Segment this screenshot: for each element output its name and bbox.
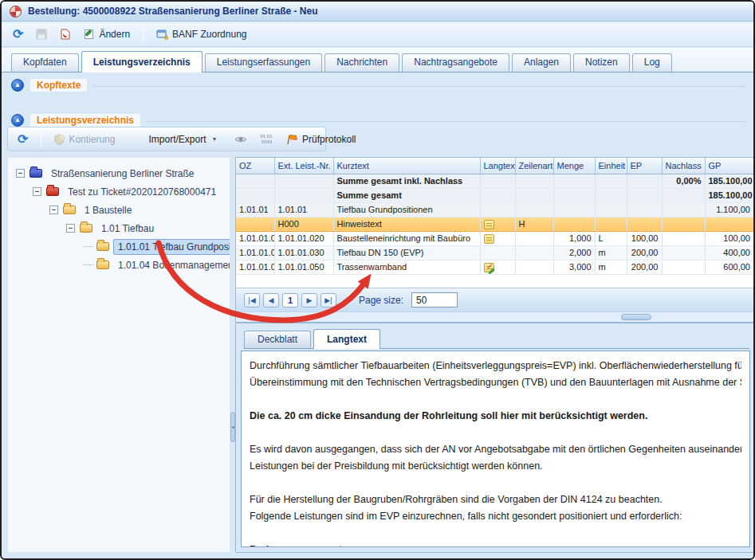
column-header-zeilenart[interactable]: Zeilenart bbox=[515, 158, 553, 174]
edit-document-icon bbox=[84, 29, 95, 40]
import-export-button[interactable]: Import/Export ▼ bbox=[144, 130, 222, 148]
text-detail-panel: DeckblattLangtext Durchführung sämtliche… bbox=[235, 323, 755, 553]
tree-connector bbox=[83, 246, 93, 247]
pdf-button[interactable] bbox=[55, 25, 76, 44]
kontierung-button[interactable]: Kontierung bbox=[49, 130, 120, 148]
tab-kopfdaten[interactable]: Kopfdaten bbox=[11, 53, 79, 72]
tab-leistungserfassungen[interactable]: Leistungserfassungen bbox=[205, 53, 322, 72]
column-header-ep[interactable]: EP bbox=[627, 158, 662, 174]
cell-zeile bbox=[515, 231, 553, 245]
pager-prev-button[interactable]: ◀ bbox=[263, 293, 279, 307]
grid-row[interactable]: H000HinweistextH bbox=[236, 217, 754, 231]
cell-einheit bbox=[595, 217, 627, 231]
refresh-button[interactable]: ⟳ bbox=[8, 25, 28, 44]
grid-row[interactable]: Summe gesamt inkl. Nachlass0,00%185.100,… bbox=[236, 174, 754, 188]
langtext-content: Durchführung sämtlicher Tiefbauarbeiten … bbox=[241, 350, 750, 547]
cell-lang bbox=[480, 231, 515, 245]
scrollbar-thumb[interactable] bbox=[621, 314, 651, 320]
preview-button[interactable] bbox=[230, 130, 252, 148]
cell-gp: 185.100,00 bbox=[705, 174, 754, 188]
pager-last-button[interactable]: ▶| bbox=[320, 293, 336, 307]
tree-node-stra-ensanierung-berli[interactable]: −Straßensanierung Berliner Straße bbox=[11, 164, 226, 182]
column-header-oz[interactable]: OZ bbox=[236, 158, 274, 174]
note-icon[interactable] bbox=[484, 234, 494, 244]
tree-node-test-zu-ticket-2020120[interactable]: −Test zu Ticket#2020120768000471 bbox=[11, 182, 226, 201]
cell-nachlass bbox=[662, 231, 705, 245]
cell-lang bbox=[480, 202, 515, 217]
cell-gp: 185.100,00 bbox=[705, 188, 754, 202]
pager-current-page[interactable]: 1 bbox=[282, 293, 298, 307]
column-header-einheit[interactable]: Einheit bbox=[595, 158, 627, 174]
folder-icon bbox=[29, 169, 42, 178]
cell-zeile bbox=[515, 174, 553, 188]
aendern-button[interactable]: Ändern bbox=[79, 25, 135, 44]
column-header-langtext[interactable]: Langtext bbox=[480, 158, 515, 174]
page-size-input[interactable] bbox=[411, 292, 458, 307]
langtext-line: Es wird davon ausgegangen, dass sich der… bbox=[250, 441, 741, 458]
grid-row[interactable]: 1.01.01.0301.01.01.030Tiefbau DN 150 (EV… bbox=[236, 245, 754, 260]
kopftexte-collapse-icon[interactable]: ▲ bbox=[11, 79, 24, 92]
cell-menge bbox=[553, 174, 595, 188]
tree-expander-icon[interactable]: − bbox=[66, 224, 75, 233]
tree-node-label: 1.01 Tiefbau bbox=[96, 221, 159, 237]
cell-kurz: Baustelleneinrichtung mit Baubüro bbox=[333, 231, 480, 245]
tab-anlagen[interactable]: Anlagen bbox=[512, 53, 571, 72]
tree-expander-icon[interactable]: − bbox=[33, 187, 41, 196]
langtext-line: Übereinstimmung mit den Technischen Vert… bbox=[250, 374, 741, 391]
cell-ext: 1.01.01.050 bbox=[274, 260, 333, 274]
cell-gp: 600,00 bbox=[705, 260, 754, 274]
cell-nachlass bbox=[662, 188, 705, 202]
langtext-line bbox=[250, 391, 741, 408]
langtext-line: Durchführung sämtlicher Tiefbauarbeiten … bbox=[250, 358, 741, 374]
tree-node-1-01-01-tiefbau-grundp[interactable]: 1.01.01 Tiefbau Grundpositionen bbox=[11, 237, 226, 256]
save-button[interactable] bbox=[31, 25, 52, 44]
pruefprotokoll-button[interactable]: Prüfprotokoll bbox=[281, 130, 360, 148]
edit-note-icon[interactable] bbox=[484, 263, 494, 272]
tree-node-1-baustelle[interactable]: −1 Baustelle bbox=[11, 201, 226, 219]
tree-expander-icon[interactable]: − bbox=[16, 169, 25, 178]
cell-zeile bbox=[515, 188, 553, 202]
date-values-button[interactable]: 01.01. 0010 bbox=[255, 130, 278, 148]
tab-log[interactable]: Log bbox=[632, 53, 672, 72]
column-header-ext-leist-nr-[interactable]: Ext. Leist.-Nr. bbox=[274, 158, 333, 174]
flag-icon bbox=[286, 134, 298, 145]
cell-oz: 1.01.01 bbox=[236, 202, 274, 217]
column-header-menge[interactable]: Menge bbox=[553, 158, 595, 174]
note-icon[interactable] bbox=[484, 220, 494, 229]
banf-zuordnung-button[interactable]: ★ BANF Zuordnung bbox=[151, 25, 251, 44]
tab-nachtragsangebote[interactable]: Nachtragsangebote bbox=[402, 53, 509, 72]
pager-first-button[interactable]: |◀ bbox=[244, 293, 260, 307]
tree-node-label: Test zu Ticket#2020120768000471 bbox=[63, 184, 221, 200]
folder-icon bbox=[63, 206, 76, 214]
column-header-gp[interactable]: GP bbox=[705, 158, 754, 174]
tab-nachrichten[interactable]: Nachrichten bbox=[324, 53, 399, 72]
lv-collapse-icon[interactable]: ▲ bbox=[11, 114, 24, 127]
lv-tree: −Straßensanierung Berliner Straße−Test z… bbox=[7, 157, 230, 553]
cell-gp: 400,00 bbox=[705, 245, 754, 260]
grid-row[interactable]: 1.01.01.0501.01.01.050Trassenwarnband3,0… bbox=[236, 260, 754, 274]
folder-icon bbox=[96, 242, 109, 251]
cell-nachlass: 0,00% bbox=[662, 174, 705, 188]
date-badge-icon: 01.01. 0010 bbox=[260, 134, 273, 145]
grid-pager: |◀◀1▶▶| Page size: bbox=[236, 288, 754, 311]
lv-refresh-button[interactable]: ⟳ bbox=[13, 130, 33, 148]
cell-oz bbox=[236, 217, 274, 231]
folder-icon bbox=[46, 187, 59, 196]
column-header-kurztext[interactable]: Kurztext bbox=[333, 158, 480, 174]
grid-row[interactable]: 1.01.011.01.01Tiefbau Grundpositionen1.1… bbox=[236, 202, 754, 217]
grid-row[interactable]: 1.01.01.0201.01.01.020Baustelleneinricht… bbox=[236, 231, 754, 245]
text-tab-deckblatt[interactable]: Deckblatt bbox=[244, 331, 311, 348]
tree-node-label: 1 Baustelle bbox=[80, 202, 136, 218]
folder-icon bbox=[96, 260, 109, 269]
pager-next-button[interactable]: ▶ bbox=[301, 293, 317, 307]
text-tab-langtext[interactable]: Langtext bbox=[313, 329, 380, 349]
tab-notizen[interactable]: Notizen bbox=[573, 53, 630, 72]
column-header-nachlass[interactable]: Nachlass bbox=[662, 158, 705, 174]
tree-node-1-01-04-bodenmanagemen[interactable]: 1.01.04 Bodenmanagement bbox=[11, 256, 226, 274]
tree-node-1-01-tiefbau[interactable]: −1.01 Tiefbau bbox=[11, 219, 226, 237]
tab-leistungsverzeichnis[interactable]: Leistungsverzeichnis bbox=[81, 51, 203, 72]
tree-node-label: Straßensanierung Berliner Straße bbox=[46, 166, 199, 182]
grid-row[interactable]: Summe gesamt185.100,00 bbox=[236, 188, 754, 202]
cell-ep bbox=[627, 174, 662, 188]
tree-expander-icon[interactable]: − bbox=[49, 206, 58, 214]
